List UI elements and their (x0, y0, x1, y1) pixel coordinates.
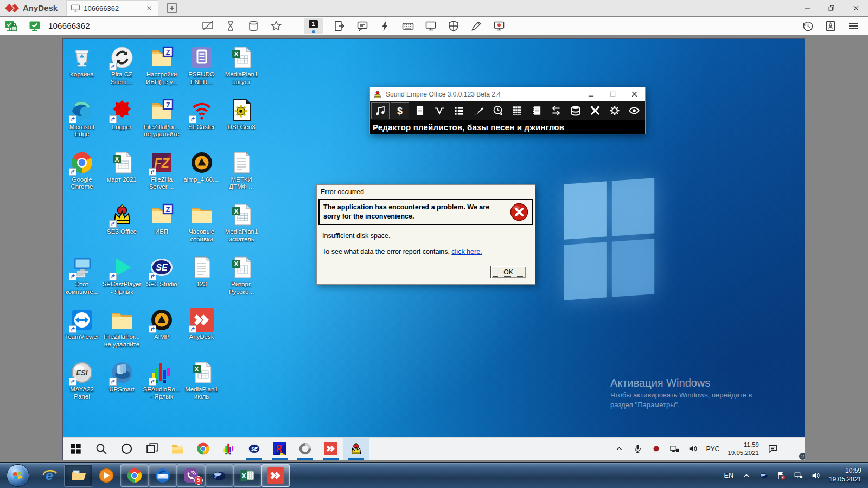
desktop-icon-mediaplan-iyul[interactable]: XMediaPlan1 июль (182, 361, 221, 401)
monitor-select-button[interactable]: 1 (304, 18, 323, 34)
host-clock[interactable]: 10:59 19.05.2021 (829, 467, 861, 484)
menu-icon[interactable] (846, 20, 860, 33)
taskbar-r-app[interactable]: R (267, 438, 292, 460)
taskbar-chrome[interactable] (190, 438, 216, 460)
desktop-icon-se3-office[interactable]: SE3 Office (103, 203, 142, 236)
desktop-icon-secaster[interactable]: SECaster (182, 98, 221, 131)
desktop-icon-mediaplan-avgust[interactable]: XMediaPlan1 август (222, 46, 261, 86)
se-maximize-button[interactable] (602, 87, 623, 101)
favorite-icon[interactable] (269, 20, 283, 33)
hourglass-icon[interactable] (224, 20, 238, 33)
desktop-icon-filezilla-portable-folder[interactable]: 7FileZillaPor... не удаляйте (142, 98, 181, 138)
host-language-indicator[interactable]: EN (724, 472, 733, 479)
music-tool-icon[interactable] (371, 102, 390, 119)
microphone-icon[interactable] (631, 442, 644, 455)
desktop-icon-upsmart[interactable]: UPSmart (103, 361, 142, 394)
database-tool-icon[interactable] (566, 102, 585, 119)
start-button[interactable] (7, 464, 29, 487)
desktop-icon-logger[interactable]: Logger (103, 98, 142, 131)
close-button[interactable] (844, 0, 868, 16)
taskbar-cortana-button[interactable] (114, 438, 139, 460)
desktop-icon-teamviewer[interactable]: TeamViewer (63, 308, 101, 341)
new-tab-button[interactable] (166, 2, 178, 14)
sound-empire-titlebar[interactable]: Sound Empire Office 3.0.0.123 Beta 2.4 (370, 87, 645, 101)
restore-button[interactable] (819, 0, 844, 16)
se-close-button[interactable] (623, 87, 645, 101)
host-show-hidden-icons[interactable] (741, 470, 752, 481)
host-taskbar-windows-explorer[interactable] (64, 464, 92, 487)
taskbar-logger-app[interactable] (292, 438, 318, 460)
permissions-icon[interactable] (446, 20, 461, 33)
wave-tool-icon[interactable] (430, 102, 449, 119)
clockarr-tool-icon[interactable] (488, 102, 508, 119)
taskbar-anydesk[interactable] (318, 438, 343, 460)
taskbar-file-explorer[interactable] (165, 438, 190, 460)
address-book-icon[interactable] (824, 20, 838, 33)
desktop-icon-doc-123[interactable]: 123 (182, 255, 221, 288)
host-taskbar-chrome[interactable] (120, 464, 149, 487)
dollar-tool-icon[interactable]: $ (391, 102, 409, 119)
swap-tool-icon[interactable] (546, 102, 566, 119)
action-center-icon[interactable] (766, 442, 779, 455)
desktop-icon-anydesk-shortcut[interactable]: AnyDesk (182, 308, 221, 341)
grid-tool-icon[interactable] (507, 102, 527, 119)
eye-tool-icon[interactable] (624, 102, 644, 119)
actions-icon[interactable] (378, 20, 392, 33)
desktop-icon-metki-dtmf[interactable]: МЕТКИ ДТМФ ... (222, 151, 261, 191)
notebook-tool-icon[interactable] (527, 102, 546, 119)
host-taskbar-thunderbird[interactable] (149, 464, 177, 487)
desktop-icon-dsfgen3[interactable]: DSFGen3 (222, 98, 261, 131)
storage-icon[interactable] (246, 20, 260, 33)
list-tool-icon[interactable] (449, 102, 469, 119)
desktop-icon-microsoft-edge[interactable]: Microsoft Edge (63, 98, 101, 138)
desktop-icon-this-pc[interactable]: Этот компьюте... (63, 255, 101, 296)
gear-tool-icon[interactable] (605, 102, 624, 119)
desktop-icon-maya22-panel[interactable]: ESIMAYA22 Panel (63, 361, 101, 401)
tools-tool-icon[interactable] (585, 102, 605, 119)
ok-button[interactable]: OK (490, 266, 526, 278)
host-taskbar-excel[interactable]: X (233, 464, 261, 487)
whiteboard-icon[interactable] (469, 20, 483, 33)
desktop-icon-ritorg-russko[interactable]: XРиторг, Русско... (222, 255, 261, 296)
taskbar-start-button[interactable] (63, 438, 88, 460)
desktop-icon-nastroyki-ibp-folder[interactable]: ZНастройки ИБП(не у... (142, 46, 181, 86)
taskbar-task-view-button[interactable] (139, 438, 165, 460)
desktop-icon-recycle-bin[interactable]: Корзина (63, 46, 101, 79)
file-transfer-icon[interactable] (333, 20, 347, 33)
host-taskbar-media-player[interactable] (92, 464, 120, 487)
language-indicator[interactable]: РУС (706, 445, 719, 453)
click-here-link[interactable]: click here. (451, 248, 482, 255)
desktop-icon-chasovye-otbivki-folder[interactable]: Часовые отбивки (182, 203, 221, 243)
action-center-flag-icon[interactable] (775, 470, 787, 481)
recording-dot-icon[interactable] (649, 442, 662, 455)
desktop-icon-filezilla-server[interactable]: FZFileZilla Server ... (142, 151, 181, 191)
desktop-icon-mart-2021[interactable]: Xмарт 2021 (103, 151, 142, 184)
session-tab[interactable]: 106666362 (66, 0, 158, 16)
desktop-icon-mediaplan-iskatel[interactable]: XMediaPlan1 искатель (222, 203, 261, 243)
taskbar-seaudiorouter[interactable] (216, 438, 241, 460)
doc-tool-icon[interactable] (410, 102, 430, 119)
host-taskbar-viber[interactable]: 5 (177, 464, 205, 487)
keyboard-icon[interactable] (401, 20, 415, 33)
desktop-icon-aimp[interactable]: AIMP (142, 308, 181, 341)
host-taskbar-anydesk[interactable] (261, 464, 290, 487)
desktop-icon-pira-cz-silence[interactable]: Pira CZ Silenc... (103, 46, 142, 86)
network-icon[interactable] (668, 442, 681, 455)
show-hidden-icons[interactable] (612, 442, 626, 455)
display-icon[interactable] (424, 20, 438, 33)
se-minimize-button[interactable] (580, 87, 602, 101)
taskbar-sound-empire-office[interactable] (343, 438, 369, 460)
tab-close-icon[interactable] (145, 4, 154, 12)
privacy-screen-icon[interactable] (201, 20, 215, 33)
desktop-icon-ibp-folder[interactable]: ZИБП (142, 203, 181, 236)
taskbar-search-button[interactable] (88, 438, 114, 460)
history-icon[interactable] (801, 20, 815, 33)
desktop-icon-se3-studio[interactable]: SESE3 Studio (142, 255, 181, 288)
blue-app-tray-icon[interactable] (758, 470, 770, 481)
record-icon[interactable] (492, 20, 506, 33)
host-volume-icon[interactable] (810, 470, 822, 481)
host-taskbar-blue-app[interactable] (205, 464, 233, 487)
chat-icon[interactable] (355, 20, 369, 33)
desktop-icon-secastplayer[interactable]: SECastPlayer - Ярлык (103, 255, 142, 296)
desktop-icon-google-chrome[interactable]: Google Chrome (63, 151, 101, 191)
